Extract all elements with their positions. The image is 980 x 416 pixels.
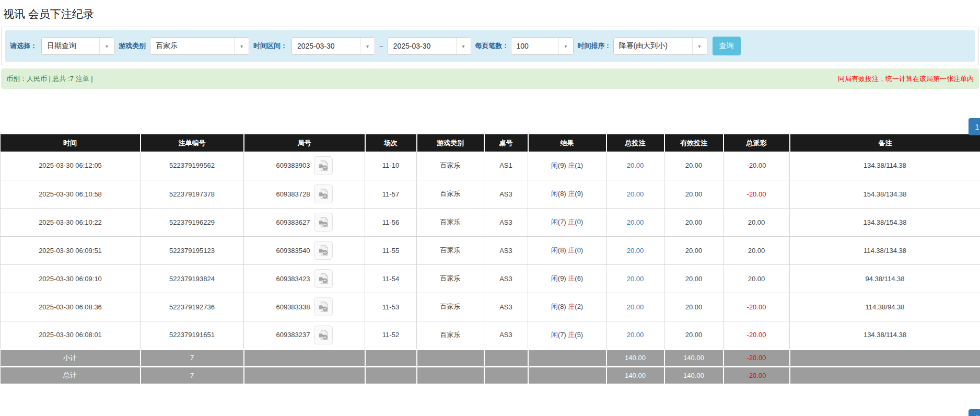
summary-warning-text: 同局有效投注，统一计算在该局第一张注单内 (838, 74, 974, 84)
cell-time: 2025-03-30 06:09:10 (1, 264, 141, 293)
column-header: 结果 (528, 134, 606, 152)
cell-bet-id: 522379197378 (141, 180, 244, 208)
chevron-down-icon[interactable]: ▾ (360, 38, 375, 54)
time-sort-select[interactable]: 降幂(由大到小) ▾ (613, 37, 707, 55)
cell-bet-id: 522379192736 (141, 293, 244, 321)
table-row: 2025-03-30 06:08:36522379192736609383338… (1, 293, 980, 321)
cell-session: 11-10 (365, 152, 417, 180)
cell-remark: 94.38/114.38 (790, 264, 980, 293)
subtotal-cell (244, 349, 365, 366)
result-player: 闲 (551, 218, 558, 226)
chevron-down-icon[interactable]: ▾ (558, 38, 573, 54)
cell-round-id: 609383423 (244, 264, 365, 293)
result-banker-score: (1) (575, 161, 583, 169)
video-replay-button[interactable] (314, 241, 333, 260)
table-body: 2025-03-30 06:12:05522379199562609383903… (1, 152, 980, 349)
column-header: 有效投注 (664, 134, 724, 152)
video-replay-button[interactable] (314, 269, 333, 288)
cell-payout: 20.00 (724, 236, 790, 264)
column-header: 总派彩 (724, 134, 790, 152)
result-player: 闲 (551, 274, 558, 282)
game-type-label: 游戏类别 (119, 41, 146, 51)
cell-table-no: AS3 (484, 236, 528, 264)
column-header: 时间 (1, 134, 141, 152)
cell-result: 闲(8) 庄(2) (528, 293, 606, 321)
result-banker-score: (2) (575, 303, 583, 310)
cell-total-bet: 20.00 (606, 180, 664, 208)
cell-total-bet: 20.00 (606, 321, 664, 349)
total-label: 总计 (1, 366, 141, 384)
query-type-select[interactable]: 日期查询 ▾ (41, 37, 114, 55)
column-header: 游戏类别 (417, 134, 484, 152)
total-cell (484, 366, 528, 384)
cell-valid-bet: 20.00 (664, 264, 724, 293)
video-replay-button[interactable] (314, 297, 333, 316)
cell-remark: 134.38/114.38 (790, 152, 980, 180)
date-from-select[interactable]: 2025-03-30 ▾ (291, 37, 375, 55)
video-replay-button[interactable] (314, 156, 333, 175)
cell-result: 闲(7) 庄(0) (528, 208, 606, 236)
total-cell (365, 366, 417, 384)
subtotal-cell: 140.00 (664, 349, 724, 366)
total-row: 总计7140.00140.00-20.00 (1, 366, 980, 384)
pagination-page-button-top[interactable]: 1 (969, 118, 980, 135)
date-to-select[interactable]: 2025-03-30 ▾ (388, 37, 471, 55)
cell-total-bet: 20.00 (606, 264, 664, 293)
subtotal-cell (365, 349, 417, 366)
query-type-value: 日期查询 (42, 38, 99, 54)
cell-table-no: AS1 (484, 152, 528, 180)
cell-game: 百家乐 (417, 321, 484, 349)
subtotal-row: 小计7140.00140.00-20.00 (1, 349, 980, 366)
video-icon (318, 273, 329, 284)
result-banker-score: (5) (575, 331, 583, 339)
cell-valid-bet: 20.00 (664, 293, 724, 321)
subtotal-cell: -20.00 (724, 349, 790, 366)
cell-valid-bet: 20.00 (664, 236, 724, 264)
range-tilde: ~ (379, 42, 383, 50)
result-player-score: (8) (558, 246, 566, 254)
cell-session: 11-55 (365, 236, 417, 264)
video-replay-button[interactable] (314, 184, 333, 203)
page-size-select[interactable]: 100 ▾ (511, 37, 574, 55)
chevron-down-icon[interactable]: ▾ (692, 38, 707, 54)
cell-valid-bet: 20.00 (664, 321, 724, 349)
cell-game: 百家乐 (417, 293, 484, 321)
video-icon (318, 160, 329, 171)
result-banker: 庄 (568, 274, 575, 282)
cell-bet-id: 522379193824 (141, 264, 244, 293)
summary-text: 币别：人民币 | 总共 :7 注单 | (6, 74, 93, 84)
chevron-down-icon[interactable]: ▾ (99, 38, 114, 54)
cell-table-no: AS3 (484, 321, 528, 349)
game-type-select[interactable]: 百家乐 ▾ (150, 37, 249, 55)
cell-result: 闲(8) 庄(0) (528, 236, 606, 264)
cell-game: 百家乐 (417, 180, 484, 208)
column-header: 备注 (790, 134, 980, 152)
result-player: 闲 (551, 303, 558, 310)
cell-result: 闲(7) 庄(5) (528, 321, 606, 349)
cell-round-id: 609383237 (244, 321, 365, 349)
video-replay-button[interactable] (314, 213, 333, 232)
video-replay-button[interactable] (314, 326, 333, 344)
cell-time: 2025-03-30 06:09:51 (1, 236, 141, 264)
table-row: 2025-03-30 06:10:58522379197378609383728… (1, 180, 980, 208)
bet-records-table: 时间注单编号局号场次游戏类别桌号结果总投注有效投注总派彩备注 2025-03-3… (0, 134, 980, 384)
chevron-down-icon[interactable]: ▾ (456, 38, 471, 54)
search-button[interactable]: 查询 (713, 37, 741, 55)
chevron-down-icon[interactable]: ▾ (234, 38, 249, 54)
result-player-score: (8) (558, 303, 566, 310)
cell-table-no: AS3 (484, 293, 528, 321)
cell-game: 百家乐 (417, 236, 484, 264)
cell-table-no: AS3 (484, 208, 528, 236)
pagination-page-button-bottom[interactable]: 1 (969, 409, 980, 416)
cell-remark: 114.38/134.38 (790, 236, 980, 264)
cell-remark: 134.38/154.38 (790, 208, 980, 236)
total-cell (417, 366, 484, 384)
time-sort-label: 时间排序 : (578, 41, 609, 51)
round-number: 609383728 (276, 190, 310, 198)
table-header-row: 时间注单编号局号场次游戏类别桌号结果总投注有效投注总派彩备注 (1, 134, 980, 152)
subtotal-label: 小计 (1, 349, 141, 366)
round-number: 609383338 (276, 303, 310, 311)
cell-payout: 20.00 (724, 264, 790, 293)
subtotal-cell (528, 349, 606, 366)
total-cell: -20.00 (724, 366, 790, 384)
